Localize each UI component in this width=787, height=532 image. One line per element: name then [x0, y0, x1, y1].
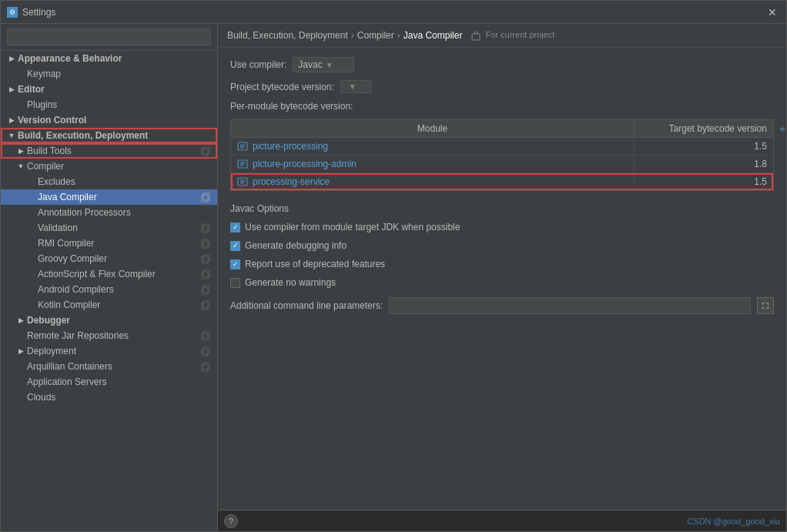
- copy-icon: [200, 146, 211, 156]
- table-header: Module Target bytecode version: [231, 120, 773, 138]
- arrow-icon: [27, 192, 36, 202]
- table-row[interactable]: picture-processing 1.5: [231, 138, 773, 156]
- sidebar-item-excludes[interactable]: Excludes: [1, 174, 217, 189]
- copy-icon: [200, 284, 211, 295]
- sidebar-item-kotlin[interactable]: Kotlin Compiler: [1, 297, 217, 313]
- arrow-icon: [27, 300, 36, 309]
- sidebar-item-clouds[interactable]: Clouds: [1, 390, 217, 405]
- additional-params-label: Additional command line parameters:: [230, 300, 383, 311]
- sidebar-item-label: Arquillian Containers: [27, 361, 112, 372]
- javac-options-title: Javac Options: [230, 203, 774, 214]
- arrow-icon: [16, 362, 25, 371]
- table-row[interactable]: picture-processing-admin 1.8: [231, 156, 773, 173]
- module-icon: [237, 141, 248, 152]
- sidebar-item-remote-jar[interactable]: Remote Jar Repositories: [1, 328, 217, 343]
- checkbox-row-2: Generate debugging info: [230, 239, 774, 253]
- module-icon: [237, 176, 248, 187]
- checkbox-no-warnings[interactable]: [230, 278, 240, 288]
- bytecode-table: Module Target bytecode version picture-p…: [230, 119, 774, 191]
- table-wrapper: Module Target bytecode version picture-p…: [230, 119, 774, 191]
- checkbox-row-3: Report use of deprecated features: [230, 257, 774, 271]
- per-module-label: Per-module bytecode version:: [230, 101, 353, 112]
- checkbox-debug-info[interactable]: [230, 241, 240, 251]
- sidebar-item-annotation-processors[interactable]: Annotation Processors: [1, 205, 217, 220]
- svg-rect-10: [202, 272, 208, 279]
- sidebar-item-label: Debugger: [27, 315, 70, 326]
- sidebar-item-version-control[interactable]: ▶ Version Control: [1, 112, 217, 128]
- sidebar-item-label: Validation: [38, 223, 78, 233]
- window-title: Settings: [22, 7, 55, 18]
- sidebar-item-keymap[interactable]: Keymap: [1, 66, 217, 82]
- svg-rect-17: [203, 332, 209, 339]
- additional-params-input[interactable]: [389, 297, 751, 314]
- expand-icon: [762, 302, 769, 309]
- version-cell: 1.5: [635, 173, 773, 190]
- settings-icon: ⚙: [7, 7, 18, 18]
- col-version: Target bytecode version: [635, 120, 773, 137]
- svg-rect-14: [202, 303, 208, 309]
- use-compiler-row: Use compiler: Javac ▼: [230, 57, 774, 72]
- sidebar-item-label: Version Control: [18, 115, 86, 125]
- svg-rect-2: [202, 195, 208, 202]
- sidebar-item-app-servers[interactable]: Application Servers: [1, 374, 217, 390]
- arrow-icon: [16, 377, 25, 386]
- sidebar-item-label: Remote Jar Repositories: [27, 330, 129, 341]
- arrow-icon: ▶: [7, 85, 16, 94]
- checkbox-label-2: Generate debugging info: [245, 240, 347, 251]
- breadcrumb: Build, Execution, Deployment › Compiler …: [218, 24, 786, 48]
- table-row-highlighted[interactable]: processing-service 1.5: [231, 173, 773, 190]
- sidebar-item-label: Annotation Processors: [38, 207, 131, 218]
- sidebar-item-actionscript[interactable]: ActionScript & Flex Compiler: [1, 266, 217, 282]
- sidebar-item-label: Compiler: [27, 161, 64, 172]
- svg-rect-3: [203, 193, 209, 200]
- arrow-icon: ▶: [7, 54, 16, 63]
- sidebar-item-groovy-compiler[interactable]: Groovy Compiler: [1, 251, 217, 266]
- svg-rect-22: [472, 34, 480, 40]
- copy-icon: [200, 192, 211, 202]
- cmd-params-row: Additional command line parameters:: [230, 297, 774, 314]
- sidebar-item-editor[interactable]: ▶ Editor: [1, 82, 217, 97]
- compiler-dropdown[interactable]: Javac ▼: [293, 57, 354, 72]
- settings-window: ⚙ Settings ✕ ▶ Appearance & Behavior Key…: [0, 0, 787, 532]
- sidebar-item-deployment[interactable]: ▶ Deployment: [1, 343, 217, 359]
- checkbox-deprecated[interactable]: [230, 259, 240, 269]
- sidebar-item-compiler[interactable]: ▼ Compiler: [1, 159, 217, 174]
- arrow-icon: [16, 393, 25, 402]
- sidebar-item-java-compiler[interactable]: Java Compiler: [1, 189, 217, 205]
- checkbox-use-module-jdk[interactable]: [230, 223, 240, 233]
- sidebar-item-appearance[interactable]: ▶ Appearance & Behavior: [1, 51, 217, 66]
- copy-icon: [200, 361, 211, 372]
- search-input[interactable]: [7, 28, 211, 45]
- project-bytecode-row: Project bytecode version: ▼: [230, 80, 774, 93]
- checkbox-label-1: Use compiler from module target JDK when…: [245, 222, 460, 233]
- module-cell: processing-service: [231, 173, 635, 190]
- dropdown-arrow-icon: ▼: [326, 61, 333, 69]
- arrow-icon: ▶: [7, 115, 16, 125]
- sidebar-item-android[interactable]: Android Compilers: [1, 282, 217, 297]
- svg-rect-11: [203, 270, 209, 277]
- arrow-icon: ▶: [16, 146, 25, 156]
- sidebar-item-arquillian[interactable]: Arquillian Containers: [1, 359, 217, 374]
- add-module-button[interactable]: +: [775, 119, 786, 191]
- sidebar-item-label: ActionScript & Flex Compiler: [38, 269, 156, 279]
- sidebar-item-plugins[interactable]: Plugins: [1, 97, 217, 112]
- sidebar-item-validation[interactable]: Validation: [1, 220, 217, 236]
- sidebar-item-debugger[interactable]: ▶ Debugger: [1, 313, 217, 328]
- arrow-icon: [27, 223, 36, 233]
- copy-icon: [200, 330, 211, 341]
- help-button[interactable]: ?: [224, 514, 238, 528]
- sidebar-item-build-tools[interactable]: ▶ Build Tools: [1, 143, 217, 159]
- sidebar-item-label: Deployment: [27, 346, 76, 356]
- copy-icon: [200, 269, 211, 279]
- cmd-params-btn[interactable]: [757, 297, 774, 314]
- project-bytecode-label: Project bytecode version:: [230, 82, 334, 92]
- close-button[interactable]: ✕: [765, 5, 780, 20]
- sidebar-item-rmi-compiler[interactable]: RMI Compiler: [1, 236, 217, 251]
- sidebar-item-build-exec[interactable]: ▼ Build, Execution, Deployment: [1, 128, 217, 143]
- module-cell: picture-processing: [231, 138, 635, 155]
- svg-rect-7: [203, 239, 209, 246]
- sidebar-item-label: Java Compiler: [38, 192, 97, 202]
- svg-rect-9: [203, 255, 209, 262]
- project-bytecode-dropdown[interactable]: ▼: [340, 80, 371, 93]
- javac-options-section: Javac Options Use compiler from module t…: [230, 203, 774, 314]
